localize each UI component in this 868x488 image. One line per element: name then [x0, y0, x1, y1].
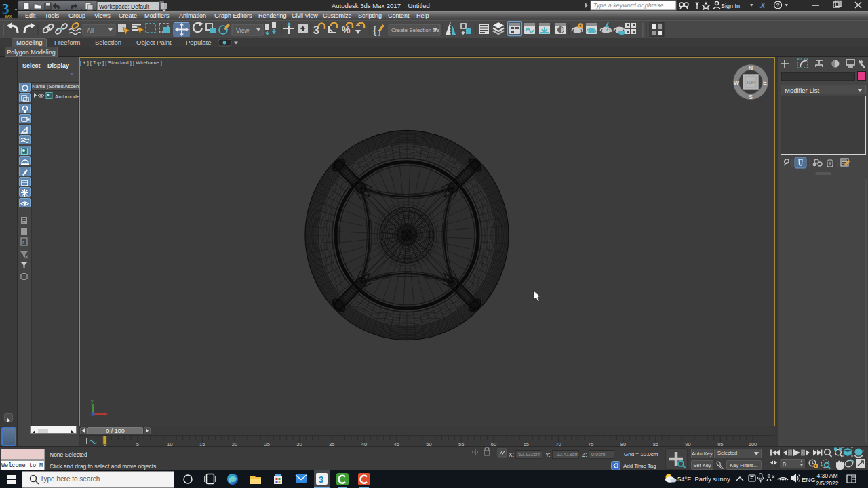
svg-text:f: f [22, 239, 24, 245]
svg-text:W: W [734, 79, 740, 86]
svg-text:y: y [91, 399, 94, 404]
svg-text:X: X [760, 1, 766, 9]
svg-text:E: E [763, 79, 767, 86]
svg-text:0: 0 [783, 461, 786, 468]
svg-text:TOP: TOP [746, 80, 755, 85]
svg-text:Create Selection Se: Create Selection Se [391, 27, 440, 33]
svg-text:MAX: MAX [5, 15, 12, 18]
svg-text:All: All [87, 27, 94, 34]
svg-text:Type a keyword or phrase: Type a keyword or phrase [593, 2, 663, 9]
svg-text:View: View [236, 27, 250, 34]
svg-text:{: { [373, 24, 377, 36]
svg-text:S: S [749, 94, 753, 100]
svg-text:3: 3 [319, 474, 323, 485]
svg-text:N: N [749, 65, 753, 72]
svg-text:%: % [342, 24, 351, 35]
svg-text:}: } [378, 29, 380, 36]
svg-text:Sign In: Sign In [721, 3, 740, 9]
svg-text:Workspace: Default: Workspace: Default [99, 3, 150, 10]
svg-text:?: ? [776, 2, 780, 9]
